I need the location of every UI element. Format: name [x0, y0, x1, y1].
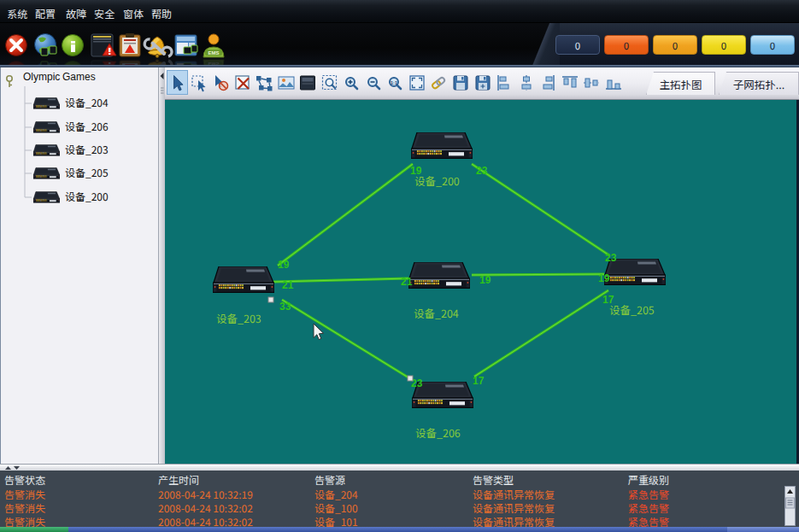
svg-text:设备_203: 设备_203 — [216, 310, 261, 326]
svg-text:设备_206: 设备_206 — [415, 424, 461, 441]
svg-text:23: 23 — [605, 252, 617, 264]
svg-text:设备_204: 设备_204 — [414, 305, 459, 321]
svg-text:设备_205: 设备_205 — [609, 301, 655, 318]
svg-text:设备_200: 设备_200 — [414, 172, 460, 189]
svg-text:1:1: 1:1 — [391, 80, 397, 85]
svg-text:33: 33 — [279, 301, 291, 313]
svg-text:21: 21 — [401, 276, 413, 288]
svg-text:EMS: EMS — [208, 50, 219, 56]
svg-text:17: 17 — [473, 375, 485, 387]
svg-text:19: 19 — [598, 272, 610, 284]
svg-text:21: 21 — [282, 279, 294, 291]
svg-text:23: 23 — [476, 165, 488, 177]
svg-text:19: 19 — [278, 259, 290, 271]
svg-text:19: 19 — [479, 274, 491, 286]
